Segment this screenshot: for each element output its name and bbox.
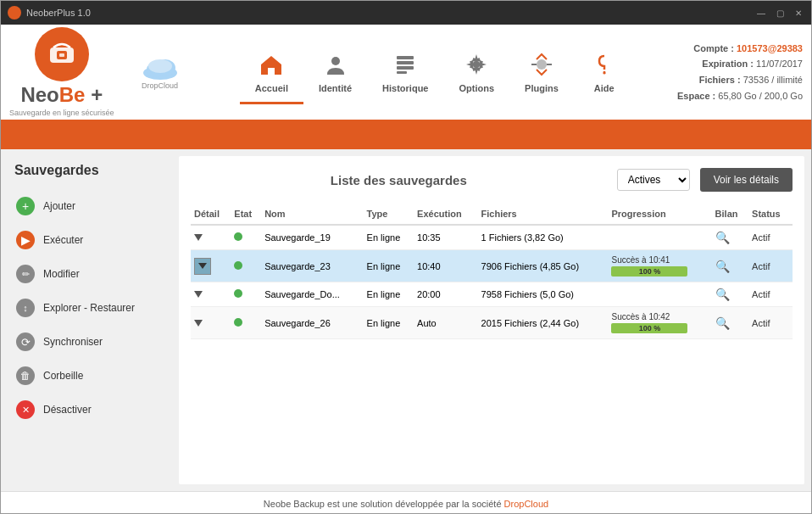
cell-type: En ligne — [364, 282, 414, 307]
content-title: Liste des sauvegardes — [191, 173, 607, 187]
table-header-row: Détail Etat Nom Type Exécution Fichiers … — [191, 204, 793, 225]
svg-rect-11 — [397, 71, 407, 74]
app-title: NeoberPlus 1.0 — [26, 8, 755, 18]
svg-point-16 — [603, 71, 605, 74]
cell-status: Actif — [748, 282, 793, 307]
nav-options[interactable]: Options — [443, 41, 509, 104]
sidebar-item-executer[interactable]: ▶ Exécuter — [8, 224, 172, 256]
compte-row: Compte : 101573@29383 — [677, 41, 803, 57]
title-bar: NeoberPlus 1.0 — ▢ ✕ — [1, 1, 811, 25]
nav-aide-label: Aide — [594, 83, 615, 93]
cell-type: En ligne — [364, 307, 414, 339]
maximize-button[interactable]: ▢ — [774, 7, 786, 19]
nav-historique-label: Historique — [382, 83, 428, 93]
cell-bilan[interactable]: 🔍 — [712, 282, 748, 307]
aide-icon — [589, 49, 620, 80]
progress-container: Succès à 10:42 100 % — [611, 312, 708, 333]
cell-detail[interactable] — [191, 250, 231, 282]
cell-fichiers: 7958 Fichiers (5,0 Go) — [478, 282, 609, 307]
sidebar-item-ajouter[interactable]: + Ajouter — [8, 190, 172, 222]
fichiers-row: Fichiers : 73536 / illimité — [677, 72, 803, 88]
explorer-label: Explorer - Restaurer — [43, 302, 135, 314]
home-icon — [256, 49, 286, 80]
detail-arrow[interactable] — [194, 291, 203, 298]
cell-nom: Sauvegarde_23 — [261, 250, 363, 282]
status-dot — [234, 289, 242, 298]
sidebar: Sauvegardes + Ajouter ▶ Exécuter ✏ Modif… — [1, 149, 179, 491]
details-button[interactable]: Voir les détails — [700, 168, 793, 192]
cell-type: En ligne — [364, 250, 414, 282]
cell-type: En ligne — [364, 225, 414, 250]
disable-icon: ✕ — [16, 400, 35, 419]
sidebar-title: Sauvegardes — [8, 163, 172, 178]
add-icon: + — [16, 197, 35, 215]
cell-status: Actif — [748, 307, 793, 339]
logo-area: NeoBe + Sauvegarde en ligne sécurisée — [9, 27, 114, 117]
svg-rect-8 — [397, 56, 414, 59]
progress-label: Succès à 10:41 — [611, 255, 670, 265]
table-row: Sauvegarde_23En ligne10:407906 Fichiers … — [191, 250, 793, 282]
compte-value: 101573@29383 — [737, 43, 803, 53]
nav-aide[interactable]: Aide — [574, 41, 635, 104]
cell-execution: 10:35 — [414, 225, 477, 250]
progress-fill: 100 % — [611, 323, 687, 333]
content-header: Liste des sauvegardes Actives Inactives … — [191, 168, 793, 192]
filter-select[interactable]: Actives Inactives Toutes — [617, 169, 690, 191]
sidebar-item-explorer[interactable]: ↕ Explorer - Restaurer — [8, 292, 172, 324]
cell-bilan[interactable]: 🔍 — [712, 250, 748, 282]
status-text: Actif — [752, 318, 770, 328]
svg-point-6 — [148, 59, 172, 73]
main-layout: Sauvegardes + Ajouter ▶ Exécuter ✏ Modif… — [1, 149, 811, 491]
col-bilan: Bilan — [712, 204, 748, 225]
cell-progression: Succès à 10:42 100 % — [608, 307, 711, 339]
cell-detail[interactable] — [191, 282, 231, 307]
progress-label: Succès à 10:42 — [611, 312, 670, 321]
status-dot — [234, 232, 242, 241]
cell-etat — [231, 282, 261, 307]
espace-row: Espace : 65,80 Go / 200,0 Go — [677, 88, 803, 104]
progress-bar: 100 % — [611, 266, 687, 277]
cell-execution: Auto — [414, 307, 477, 339]
ajouter-label: Ajouter — [43, 200, 75, 212]
footer: Neobe Backup est une solution développée… — [1, 491, 811, 514]
cell-detail[interactable] — [191, 225, 231, 250]
cell-fichiers: 1 Fichiers (3,82 Go) — [478, 225, 609, 250]
close-button[interactable]: ✕ — [793, 7, 804, 19]
sidebar-item-modifier[interactable]: ✏ Modifier — [8, 258, 172, 290]
status-text: Actif — [752, 289, 770, 299]
cell-bilan[interactable]: 🔍 — [712, 307, 748, 339]
cell-progression — [608, 282, 711, 307]
cell-bilan[interactable]: 🔍 — [712, 225, 748, 250]
window-controls[interactable]: — ▢ ✕ — [755, 7, 804, 19]
detail-arrow-box[interactable] — [194, 258, 211, 275]
bilan-search-icon[interactable]: 🔍 — [715, 231, 730, 244]
bilan-search-icon[interactable]: 🔍 — [715, 288, 730, 301]
bilan-search-icon[interactable]: 🔍 — [715, 316, 730, 330]
cell-etat — [231, 250, 261, 282]
minimize-button[interactable]: — — [755, 7, 767, 19]
table-row: Sauvegarde_26En ligneAuto2015 Fichiers (… — [191, 307, 793, 339]
progress-bar: 100 % — [611, 323, 687, 333]
nav-identite[interactable]: Identité — [303, 41, 367, 104]
settings-icon — [461, 49, 492, 80]
dropcloud-area: DropCloud — [140, 54, 181, 90]
nav-historique[interactable]: Historique — [367, 41, 443, 104]
sidebar-item-synchroniser[interactable]: ⟳ Synchroniser — [8, 326, 172, 358]
detail-arrow[interactable] — [194, 234, 203, 241]
col-fichiers: Fichiers — [478, 204, 609, 225]
cell-nom: Sauvegarde_Do... — [261, 282, 363, 307]
sidebar-item-corbeille[interactable]: 🗑 Corbeille — [8, 360, 172, 392]
restore-icon: ↕ — [16, 299, 35, 317]
status-text: Actif — [752, 232, 770, 243]
cell-detail[interactable] — [191, 307, 231, 339]
account-info: Compte : 101573@29383 Expiration : 11/07… — [677, 41, 803, 104]
bilan-search-icon[interactable]: 🔍 — [715, 260, 730, 273]
logo-text: NeoBe + — [20, 83, 103, 107]
detail-arrow[interactable] — [194, 320, 203, 327]
footer-text: Neobe Backup est une solution développée… — [264, 499, 548, 509]
col-detail: Détail — [191, 204, 231, 225]
sidebar-item-desactiver[interactable]: ✕ Désactiver — [8, 394, 172, 426]
col-etat: Etat — [231, 204, 261, 225]
nav-accueil[interactable]: Accueil — [240, 41, 303, 104]
nav-plugins[interactable]: Plugins — [509, 41, 574, 104]
